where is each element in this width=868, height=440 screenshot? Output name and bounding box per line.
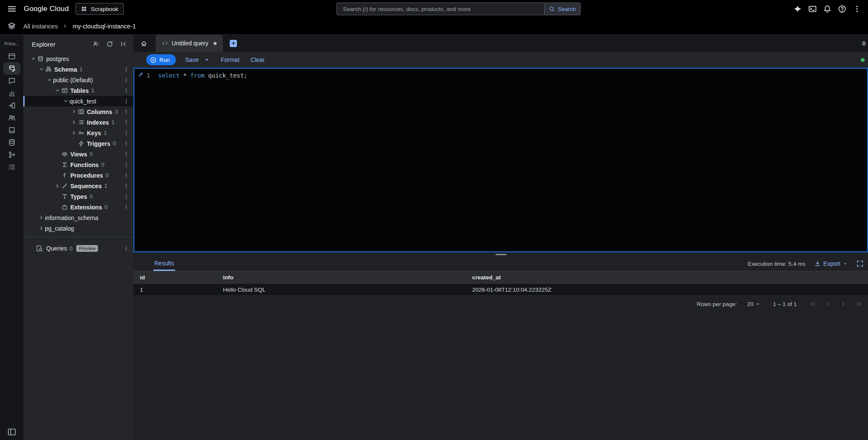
item-count: 1 xyxy=(103,130,106,136)
expand-arrow-icon[interactable] xyxy=(70,119,78,126)
project-picker[interactable]: Scrapbook xyxy=(75,3,124,15)
search-button[interactable]: Search xyxy=(544,3,581,15)
item-menu-icon[interactable] xyxy=(123,204,130,211)
item-menu-icon[interactable] xyxy=(123,193,130,200)
menu-icon[interactable] xyxy=(7,4,17,14)
google-cloud-logo[interactable]: Google Cloud xyxy=(24,5,69,13)
item-menu-icon[interactable] xyxy=(123,130,130,136)
expand-arrow-icon[interactable] xyxy=(37,214,45,222)
notifications-icon[interactable] xyxy=(823,5,832,13)
item-count: 1 xyxy=(91,87,94,94)
table-row[interactable]: 1Hello Cloud SQL2026-01-08T12:10:04.2232… xyxy=(134,284,868,296)
tree-item-keys[interactable]: Keys1 xyxy=(23,128,134,138)
expand-arrow-icon[interactable] xyxy=(37,66,45,73)
expand-arrow-icon[interactable] xyxy=(37,225,45,232)
tree-item-tables[interactable]: Tables1 xyxy=(23,85,134,96)
refresh-icon[interactable] xyxy=(105,39,115,49)
nav-backups-icon[interactable] xyxy=(3,136,20,148)
expand-arrow-icon[interactable] xyxy=(45,76,53,84)
tree-item-types[interactable]: Types0 xyxy=(23,191,134,202)
collapse-panel-icon[interactable] xyxy=(118,39,128,49)
nav-insights-icon[interactable] xyxy=(3,87,20,99)
tree-item-functions[interactable]: Functions0 xyxy=(23,159,134,170)
line-number: 1 xyxy=(147,71,150,80)
help-icon[interactable] xyxy=(838,5,846,13)
tree-item-extensions[interactable]: Extensions0 xyxy=(23,202,134,212)
edge-partial-text: B xyxy=(862,40,866,47)
tree-item-schema[interactable]: Schema1 xyxy=(23,64,134,75)
fullscreen-icon[interactable] xyxy=(856,260,864,267)
tree-item-pg-catalog[interactable]: pg_catalog xyxy=(23,223,134,234)
tab-label: Untitled query xyxy=(172,40,208,47)
database-tree: postgresSchema1public (Default)Tables1qu… xyxy=(23,53,134,234)
nav-chat-icon[interactable] xyxy=(3,75,20,87)
item-menu-icon[interactable] xyxy=(123,151,130,158)
editor-tab-bar: Untitled query B xyxy=(134,35,868,52)
next-page-icon[interactable] xyxy=(838,299,849,309)
tab-results[interactable]: Results xyxy=(153,256,175,271)
tree-item-views[interactable]: Views0 xyxy=(23,149,134,159)
item-menu-icon[interactable] xyxy=(123,140,130,147)
tree-item-triggers[interactable]: Triggers0 xyxy=(23,138,134,149)
side-panel-toggle-icon[interactable] xyxy=(7,427,17,437)
nav-databases-icon[interactable] xyxy=(3,124,20,136)
tree-item-postgres[interactable]: postgres xyxy=(23,53,134,64)
last-page-icon[interactable] xyxy=(854,299,864,309)
tree-item-quick-test[interactable]: quick_test xyxy=(23,96,134,106)
trigger-icon xyxy=(78,140,85,147)
item-menu-icon[interactable] xyxy=(123,183,130,189)
more-options-icon[interactable] xyxy=(853,5,861,13)
expand-arrow-icon[interactable] xyxy=(29,55,37,63)
column-header-id: id xyxy=(134,274,217,281)
item-menu-icon[interactable] xyxy=(123,66,130,73)
first-page-icon[interactable] xyxy=(808,299,818,309)
rows-per-page-select[interactable]: 20 xyxy=(747,301,760,307)
expand-arrow-icon[interactable] xyxy=(53,182,61,190)
nav-operations-icon[interactable] xyxy=(3,161,20,173)
new-tab-button[interactable] xyxy=(230,40,237,47)
breadcrumb-all-instances[interactable]: All instances xyxy=(23,23,58,30)
item-menu-icon[interactable] xyxy=(123,77,130,84)
tree-item-columns[interactable]: Columns3 xyxy=(23,106,134,117)
queries-menu-icon[interactable] xyxy=(123,245,130,252)
tree-item-label: Types xyxy=(70,193,87,200)
nav-users-icon[interactable] xyxy=(3,111,20,124)
tab-untitled-query[interactable]: Untitled query xyxy=(156,35,223,52)
switch-user-icon[interactable] xyxy=(91,39,101,49)
tree-item-public-default[interactable]: public (Default) xyxy=(23,75,134,85)
tree-item-sequences[interactable]: Sequences1 xyxy=(23,181,134,191)
expand-arrow-icon[interactable] xyxy=(70,108,78,116)
code-line[interactable]: select * from quick_test; xyxy=(154,69,248,251)
save-button[interactable]: Save xyxy=(185,56,199,63)
tree-item-procedures[interactable]: Procedures0 xyxy=(23,170,134,181)
tree-item-indexes[interactable]: Indexes1 xyxy=(23,117,134,128)
nav-overview-icon[interactable] xyxy=(3,50,20,62)
saved-queries-section[interactable]: Queries 0 Preview xyxy=(23,242,134,254)
search-input[interactable] xyxy=(337,3,544,15)
expand-arrow-icon[interactable] xyxy=(53,87,61,95)
item-menu-icon[interactable] xyxy=(123,172,130,179)
run-button[interactable]: Run xyxy=(146,54,176,65)
gemini-icon[interactable] xyxy=(793,5,802,13)
item-menu-icon[interactable] xyxy=(123,98,130,105)
save-options-caret-icon[interactable] xyxy=(204,57,210,63)
sql-editor[interactable]: 1 select * from quick_test; xyxy=(134,68,868,252)
nav-studio-icon[interactable] xyxy=(3,62,20,75)
resize-grip[interactable] xyxy=(495,254,506,255)
prev-page-icon[interactable] xyxy=(823,299,833,309)
nav-replicas-icon[interactable] xyxy=(3,148,20,161)
clear-button[interactable]: Clear xyxy=(250,56,264,63)
item-menu-icon[interactable] xyxy=(123,87,130,94)
cloud-shell-icon[interactable] xyxy=(808,5,817,13)
home-tab-icon[interactable] xyxy=(138,37,150,49)
tree-item-information-schema[interactable]: information_schema xyxy=(23,212,134,223)
format-button[interactable]: Format xyxy=(221,56,239,63)
expand-arrow-icon[interactable] xyxy=(62,97,70,105)
expand-arrow-icon[interactable] xyxy=(70,129,78,137)
nav-migration-icon[interactable] xyxy=(3,99,20,111)
item-menu-icon[interactable] xyxy=(123,109,130,115)
export-button[interactable]: Export xyxy=(814,260,848,267)
rows-per-page-value: 20 xyxy=(747,301,754,307)
item-menu-icon[interactable] xyxy=(123,119,130,126)
item-menu-icon[interactable] xyxy=(123,162,130,168)
